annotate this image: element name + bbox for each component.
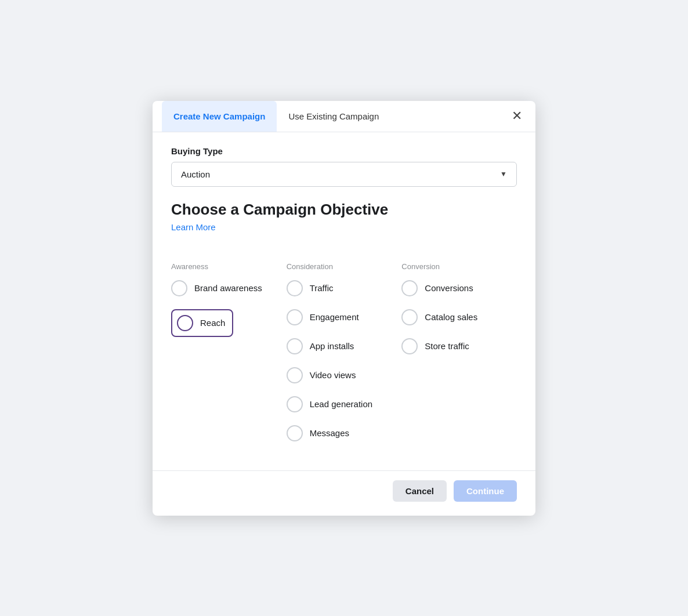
cancel-button[interactable]: Cancel <box>393 480 447 502</box>
radio-traffic[interactable] <box>287 280 303 296</box>
awareness-column: Awareness Brand awareness Reach <box>171 262 287 454</box>
learn-more-link[interactable]: Learn More <box>171 222 216 232</box>
radio-brand-awareness[interactable] <box>171 280 187 296</box>
radio-catalog-sales[interactable] <box>401 309 418 325</box>
modal-content: Buying Type Auction ▼ Choose a Campaign … <box>153 132 535 466</box>
objective-video-views[interactable]: Video views <box>287 367 402 383</box>
objective-brand-awareness[interactable]: Brand awareness <box>171 280 287 296</box>
label-messages: Messages <box>310 428 349 438</box>
objective-app-installs[interactable]: App installs <box>287 338 402 354</box>
label-brand-awareness: Brand awareness <box>194 283 262 293</box>
dropdown-arrow-icon: ▼ <box>500 170 507 178</box>
buying-type-value: Auction <box>181 169 210 179</box>
consideration-header: Consideration <box>287 262 402 271</box>
objective-messages[interactable]: Messages <box>287 425 402 441</box>
radio-reach[interactable] <box>177 315 193 331</box>
radio-app-installs[interactable] <box>287 338 303 354</box>
tab-bar: Create New Campaign Use Existing Campaig… <box>153 101 535 132</box>
objective-reach-wrapper[interactable]: Reach <box>171 309 233 337</box>
campaign-modal: Create New Campaign Use Existing Campaig… <box>153 101 535 516</box>
label-app-installs: App installs <box>310 341 354 351</box>
buying-type-label: Buying Type <box>171 146 517 156</box>
objective-conversions[interactable]: Conversions <box>401 280 517 296</box>
continue-button[interactable]: Continue <box>454 480 517 502</box>
close-button[interactable]: ✕ <box>508 107 526 125</box>
label-store-traffic: Store traffic <box>425 341 469 351</box>
consideration-column: Consideration Traffic Engagement App ins… <box>287 262 402 454</box>
label-conversions: Conversions <box>425 283 473 293</box>
radio-store-traffic[interactable] <box>401 338 418 354</box>
label-reach: Reach <box>200 318 225 328</box>
modal-footer: Cancel Continue <box>153 470 535 516</box>
radio-conversions[interactable] <box>401 280 418 296</box>
label-video-views: Video views <box>310 370 356 380</box>
radio-video-views[interactable] <box>287 367 303 383</box>
radio-lead-generation[interactable] <box>287 396 303 412</box>
objective-store-traffic[interactable]: Store traffic <box>401 338 517 354</box>
radio-messages[interactable] <box>287 425 303 441</box>
awareness-header: Awareness <box>171 262 287 271</box>
label-engagement: Engagement <box>310 312 359 322</box>
objective-engagement[interactable]: Engagement <box>287 309 402 325</box>
objectives-grid: Awareness Brand awareness Reach Consider… <box>171 262 517 454</box>
objective-traffic[interactable]: Traffic <box>287 280 402 296</box>
tab-create-campaign[interactable]: Create New Campaign <box>162 101 277 132</box>
conversion-header: Conversion <box>401 262 517 271</box>
label-lead-generation: Lead generation <box>310 399 372 409</box>
radio-engagement[interactable] <box>287 309 303 325</box>
tab-use-existing[interactable]: Use Existing Campaign <box>277 101 390 132</box>
buying-type-dropdown[interactable]: Auction ▼ <box>171 162 517 187</box>
label-catalog-sales: Catalog sales <box>425 312 477 322</box>
objective-lead-generation[interactable]: Lead generation <box>287 396 402 412</box>
conversion-column: Conversion Conversions Catalog sales Sto… <box>401 262 517 454</box>
objective-catalog-sales[interactable]: Catalog sales <box>401 309 517 325</box>
label-traffic: Traffic <box>310 283 334 293</box>
campaign-objective-title: Choose a Campaign Objective <box>171 201 517 219</box>
